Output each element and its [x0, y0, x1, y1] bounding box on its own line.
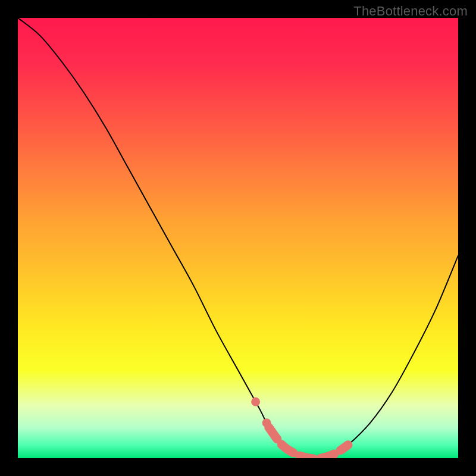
- curve-layer: [18, 18, 458, 458]
- plot-area: [18, 18, 458, 458]
- marker-dot-1: [251, 397, 260, 406]
- marker-dot-2: [262, 418, 271, 427]
- optimal-band: [269, 427, 348, 458]
- watermark-text: TheBottleneck.com: [353, 4, 468, 19]
- bottleneck-curve: [18, 18, 458, 458]
- chart-frame: TheBottleneck.com: [0, 0, 476, 476]
